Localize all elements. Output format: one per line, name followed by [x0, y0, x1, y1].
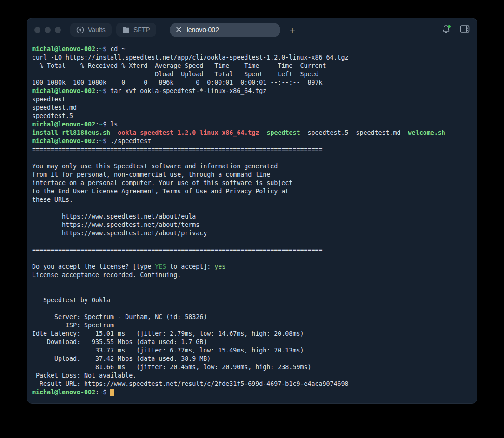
- minimize-window-button[interactable]: [45, 27, 51, 33]
- terminal-line: [32, 305, 472, 313]
- terminal-line: [32, 279, 472, 288]
- terminal-line: Result URL: https://www.speedtest.net/re…: [32, 380, 472, 388]
- tab-lenovo-002[interactable]: lenovo-002: [170, 23, 280, 37]
- tab-sftp-label: SFTP: [133, 26, 150, 33]
- folder-icon: [122, 27, 130, 33]
- tab-vaults-label: Vaults: [88, 26, 106, 33]
- terminal-line: License acceptance recorded. Continuing.: [32, 271, 472, 279]
- terminal-line: install-rtl8188eus.sh ookla-speedtest-1.…: [32, 129, 472, 137]
- terminal-line: https://www.speedtest.net/about/terms: [32, 221, 472, 229]
- terminal-line: Idle Latency: 15.01 ms (jitter: 2.79ms, …: [32, 330, 472, 338]
- terminal-line: Speedtest by Ookla: [32, 296, 472, 305]
- terminal-line: ========================================…: [32, 146, 472, 154]
- zoom-window-button[interactable]: [55, 27, 61, 33]
- terminal-line: Upload: 37.42 Mbps (data used: 38.9 MB): [32, 355, 472, 363]
- terminal-line: https://www.speedtest.net/about/eula: [32, 212, 472, 221]
- terminal-line: michal@lenovo-002:~$ tar xvf ookla-speed…: [32, 87, 472, 95]
- terminal-line: [32, 204, 472, 212]
- terminal-line: You may only use this Speedtest software…: [32, 162, 472, 171]
- vault-icon: [76, 26, 84, 34]
- terminal-line: [32, 254, 472, 263]
- terminal-line: 100 1080k 100 1080k 0 0 896k 0 0:00:01 0…: [32, 79, 472, 87]
- tab-vaults[interactable]: Vaults: [70, 23, 112, 37]
- notifications-button[interactable]: [441, 25, 451, 35]
- terminal-window: Vaults SFTP lenovo-002 +: [27, 18, 477, 404]
- terminal-line: 33.77 ms (jitter: 6.77ms, low: 15.49ms, …: [32, 346, 472, 355]
- panel-toggle-icon: [460, 25, 470, 35]
- terminal-line: from it for personal, non-commercial use…: [32, 171, 472, 179]
- terminal-line: michal@lenovo-002:~$: [32, 388, 472, 397]
- tab-divider: [163, 24, 163, 35]
- terminal-line: interface on a personal computer. Your u…: [32, 179, 472, 187]
- terminal-line: ISP: Spectrum: [32, 321, 472, 330]
- terminal-line: [32, 288, 472, 296]
- tab-sftp[interactable]: SFTP: [116, 23, 156, 37]
- terminal-line: curl -LO https://install.speedtest.net/a…: [32, 53, 472, 62]
- terminal-line: [32, 154, 472, 162]
- terminal-line: michal@lenovo-002:~$ ls: [32, 120, 472, 129]
- terminal-line: [32, 238, 472, 246]
- terminal-line: https://www.speedtest.net/about/privacy: [32, 229, 472, 238]
- terminal-line: speedtest.md: [32, 104, 472, 112]
- notification-dot: [448, 25, 451, 28]
- terminal-line: Do you accept the license? [type YES to …: [32, 263, 472, 271]
- terminal-line: michal@lenovo-002:~$ ./speedtest: [32, 137, 472, 146]
- terminal-line: speedtest.5: [32, 112, 472, 120]
- titlebar: Vaults SFTP lenovo-002 +: [27, 18, 477, 41]
- new-tab-button[interactable]: +: [290, 25, 295, 35]
- traffic-lights: [34, 27, 61, 33]
- close-window-button[interactable]: [34, 27, 40, 33]
- terminal-line: these URLs:: [32, 196, 472, 204]
- terminal-line: Packet Loss: Not available.: [32, 372, 472, 380]
- terminal-line: speedtest: [32, 95, 472, 104]
- terminal-line: 81.66 ms (jitter: 20.45ms, low: 20.90ms,…: [32, 363, 472, 372]
- terminal-line: Dload Upload Total Spent Left Speed: [32, 70, 472, 79]
- terminal-line: % Total % Received % Xferd Average Speed…: [32, 62, 472, 70]
- terminal-output[interactable]: michal@lenovo-002:~$ cd ~curl -LO https:…: [27, 41, 477, 400]
- terminal-line: ========================================…: [32, 246, 472, 254]
- terminal-line: Download: 935.55 Mbps (data used: 1.7 GB…: [32, 338, 472, 346]
- active-tab-label: lenovo-002: [187, 26, 219, 33]
- terminal-line: to the End User License Agreement, Terms…: [32, 187, 472, 196]
- terminal-line: Server: Spectrum - Durham, NC (id: 58326…: [32, 313, 472, 321]
- close-tab-icon[interactable]: [176, 27, 182, 33]
- panel-toggle-button[interactable]: [459, 25, 470, 35]
- terminal-line: michal@lenovo-002:~$ cd ~: [32, 45, 472, 53]
